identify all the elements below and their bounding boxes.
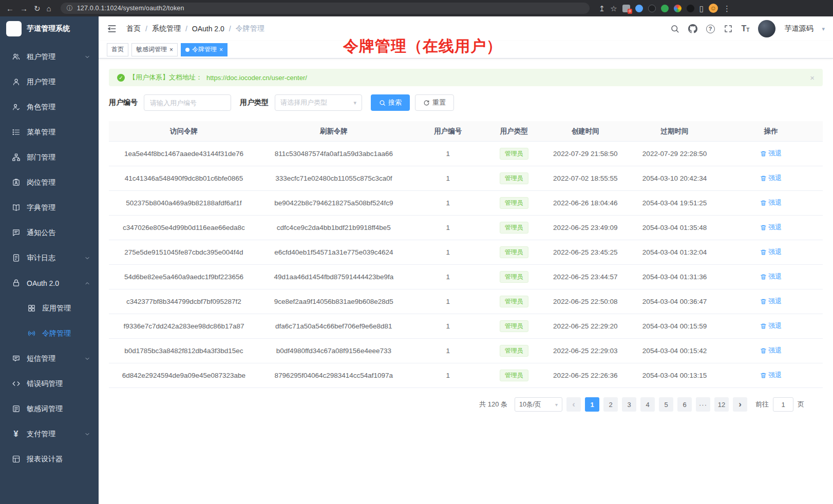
goto-label: 前往 <box>755 400 769 409</box>
page-size-select[interactable]: 10条/页 ▾ <box>515 397 562 412</box>
user-type-select[interactable]: 请选择用户类型 ▾ <box>275 94 362 111</box>
search-button[interactable]: 搜索 <box>371 94 410 111</box>
navbar-tools: ? TT 芋道源码 ▾ <box>670 20 825 37</box>
extension-icon[interactable] <box>687 5 694 12</box>
menu-list-icon <box>11 128 21 137</box>
force-logout-button[interactable]: 强退 <box>760 297 782 306</box>
sidebar-item-oauth2[interactable]: OAuth 2.0 <box>0 270 99 296</box>
page-button-5[interactable]: 5 <box>659 397 673 412</box>
cell-access-token: c347026e805e4d99b0d116eae66eda8c <box>109 224 259 231</box>
reset-button[interactable]: 重置 <box>415 94 454 111</box>
page-button-6[interactable]: 6 <box>677 397 692 412</box>
sidebar-item-notice[interactable]: 通知公告 <box>0 220 99 245</box>
user-id-input[interactable] <box>144 94 231 111</box>
username[interactable]: 芋道源码 <box>784 24 813 33</box>
browser-menu-icon[interactable]: ⋮ <box>723 5 731 12</box>
extension-icon[interactable] <box>648 5 656 12</box>
address-bar[interactable]: ⓘ 127.0.0.1:1024/system/oauth2/token <box>61 3 590 14</box>
tab-token-management[interactable]: 令牌管理 × <box>181 43 228 56</box>
app-title: 芋道管理系统 <box>27 24 70 33</box>
sidebar-item-sensitive-word[interactable]: 敏感词管理 <box>0 396 99 421</box>
page-button-2[interactable]: 2 <box>603 397 618 412</box>
page-button-1[interactable]: 1 <box>585 397 599 412</box>
help-icon[interactable]: ? <box>706 25 715 33</box>
site-info-icon[interactable]: ⓘ <box>67 4 73 13</box>
sidebar-item-dict[interactable]: 字典管理 <box>0 195 99 220</box>
sidebar-item-oauth2-app[interactable]: 应用管理 <box>0 296 99 321</box>
force-logout-button[interactable]: 强退 <box>760 173 782 183</box>
announcement-icon <box>11 228 21 238</box>
role-icon <box>11 103 21 112</box>
sidebar-item-menu[interactable]: 菜单管理 <box>0 120 99 145</box>
font-size-icon[interactable]: TT <box>742 25 750 33</box>
user-avatar[interactable] <box>758 20 775 37</box>
sidebar-item-audit-log[interactable]: 审计日志 <box>0 245 99 270</box>
prev-page-button[interactable]: ‹ <box>566 397 581 412</box>
force-logout-button[interactable]: 强退 <box>760 321 782 331</box>
browser-reload-icon[interactable]: ↻ <box>34 5 41 12</box>
caret-down-icon[interactable]: ▾ <box>822 26 825 32</box>
cell-actions: 强退 <box>719 198 823 208</box>
tab-sensitive-word[interactable]: 敏感词管理 × <box>131 43 178 56</box>
sidebar-item-user[interactable]: 用户管理 <box>0 69 99 94</box>
force-logout-button[interactable]: 强退 <box>760 371 782 380</box>
sidebar-item-oauth2-token[interactable]: 令牌管理 <box>0 321 99 346</box>
bookmark-star-icon[interactable]: ☆ <box>610 5 617 12</box>
user-type-badge: 管理员 <box>500 271 528 283</box>
sidebar-item-label: 用户管理 <box>27 77 55 87</box>
search-icon[interactable] <box>670 24 679 33</box>
force-logout-button[interactable]: 强退 <box>760 149 782 158</box>
cell-access-token: 1ea5e44f8bc1467aaede43144f31de76 <box>109 150 259 158</box>
browser-forward-icon[interactable]: → <box>20 5 28 12</box>
sidebar-item-label: 令牌管理 <box>42 329 71 338</box>
chevron-up-icon <box>84 280 90 286</box>
side-panel-icon[interactable]: ▯ <box>699 5 704 12</box>
breadcrumb-item-home[interactable]: 首页 <box>126 24 141 33</box>
page-button-12[interactable]: 12 <box>714 397 729 412</box>
share-icon[interactable]: ↥ <box>599 5 605 12</box>
extension-icon[interactable] <box>635 5 643 12</box>
page-button-3[interactable]: 3 <box>622 397 636 412</box>
cell-user-id: 1 <box>409 273 487 281</box>
extension-icon[interactable] <box>674 5 681 12</box>
force-logout-button[interactable]: 强退 <box>760 198 782 207</box>
breadcrumb-item-oauth2[interactable]: OAuth 2.0 <box>192 25 224 33</box>
menu-fold-icon[interactable] <box>107 24 117 34</box>
sidebar-item-error-code[interactable]: 错误码管理 <box>0 371 99 396</box>
oauth-lock-icon <box>11 279 21 288</box>
cell-expires-at: 2054-03-04 19:51:25 <box>630 199 720 207</box>
extension-icon[interactable] <box>661 5 669 12</box>
force-logout-button[interactable]: 强退 <box>760 346 782 355</box>
sidebar-item-pay[interactable]: ¥ 支付管理 <box>0 421 99 447</box>
browser-back-icon[interactable]: ← <box>6 5 14 12</box>
next-page-button[interactable]: › <box>733 397 747 412</box>
browser-profile-avatar[interactable]: ☺ <box>709 4 718 13</box>
force-logout-button[interactable]: 强退 <box>760 223 782 232</box>
sidebar-item-role[interactable]: 角色管理 <box>0 94 99 120</box>
breadcrumb-item-system[interactable]: 系统管理 <box>152 24 181 33</box>
page-button-4[interactable]: 4 <box>640 397 655 412</box>
extension-icon[interactable]: 0 <box>622 5 630 12</box>
goto-page-input[interactable] <box>773 397 793 412</box>
tab-home[interactable]: 首页 <box>107 43 128 56</box>
force-logout-button[interactable]: 强退 <box>760 272 782 281</box>
close-icon[interactable]: × <box>219 47 223 53</box>
sidebar-item-sms[interactable]: 短信管理 <box>0 346 99 371</box>
sidebar-item-tenant[interactable]: 租户管理 <box>0 44 99 69</box>
close-icon[interactable]: × <box>169 47 173 53</box>
sidebar-item-report-designer[interactable]: 报表设计器 <box>0 447 99 472</box>
doc-link[interactable]: https://doc.iocoder.cn/user-center/ <box>206 74 307 82</box>
org-tree-icon <box>11 153 21 162</box>
force-logout-button[interactable]: 强退 <box>760 247 782 257</box>
cell-user-type: 管理员 <box>487 296 541 307</box>
fullscreen-icon[interactable] <box>724 24 733 33</box>
cell-access-token: 502375b8040a469a9b82188afdf6af1f <box>109 199 259 207</box>
browser-home-icon[interactable]: ⌂ <box>47 5 51 12</box>
sidebar-item-post[interactable]: 岗位管理 <box>0 170 99 195</box>
page-ellipsis[interactable]: ··· <box>696 397 710 412</box>
github-icon[interactable] <box>688 24 697 33</box>
app-logo-row[interactable]: 芋道管理系统 <box>0 16 99 41</box>
sidebar-item-dept[interactable]: 部门管理 <box>0 145 99 170</box>
table-row: c347026e805e4d99b0d116eae66eda8c cdfc4ce… <box>109 216 823 240</box>
alert-close-icon[interactable]: × <box>810 73 815 82</box>
